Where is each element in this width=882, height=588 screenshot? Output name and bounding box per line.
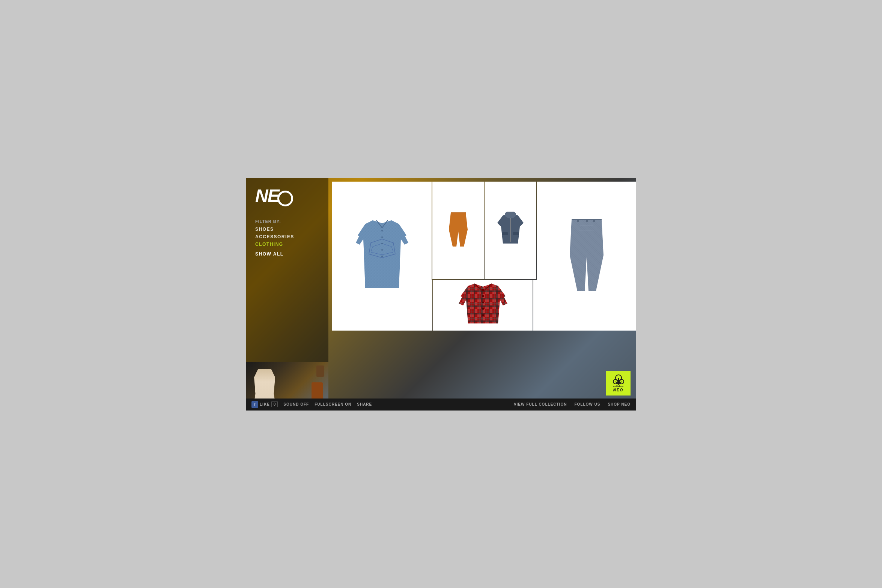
facebook-icon: f [251, 401, 258, 408]
outer-wrapper: × NE FILTER BY: SHOES ACCESSORIES CLOTHI… [231, 163, 651, 426]
facebook-like-box: f Like 0 [251, 401, 278, 408]
adidas-neo-label: NEO [613, 388, 624, 392]
svg-point-7 [381, 256, 383, 257]
plaid-shirt-image [459, 283, 507, 328]
svg-point-34 [482, 289, 484, 290]
svg-point-4 [381, 236, 383, 238]
logo-text: N [255, 186, 268, 206]
share-button[interactable]: SHARE [357, 402, 372, 406]
filter-accessories[interactable]: ACCESSORIES [255, 234, 319, 239]
filter-show-all[interactable]: SHOW ALL [255, 251, 319, 257]
close-button[interactable]: × [617, 183, 631, 197]
svg-point-37 [482, 308, 484, 310]
like-label[interactable]: Like [260, 402, 270, 406]
orange-pants-image [447, 211, 470, 250]
denim-shirt-image [354, 220, 410, 292]
toolbar-left: f Like 0 SOUND OFF FULLSCREEN ON SHARE [251, 401, 372, 408]
product-denim-shirt[interactable] [332, 182, 432, 331]
main-content [328, 178, 636, 396]
product-orange-pants[interactable] [432, 182, 484, 279]
close-icon: × [622, 186, 626, 194]
product-plaid-shirt[interactable] [433, 280, 533, 331]
app-container: × NE FILTER BY: SHOES ACCESSORIES CLOTHI… [246, 178, 636, 411]
svg-rect-11 [502, 232, 508, 235]
svg-rect-12 [513, 232, 519, 235]
filter-shoes[interactable]: SHOES [255, 227, 319, 232]
svg-point-3 [381, 230, 383, 232]
svg-rect-17 [586, 219, 588, 222]
like-count: 0 [271, 402, 278, 407]
svg-point-5 [381, 243, 383, 244]
shop-neo-button[interactable]: SHOP NEO [608, 402, 631, 406]
blue-jacket-image [495, 212, 525, 249]
svg-point-6 [381, 249, 383, 251]
bottom-toolbar: f Like 0 SOUND OFF FULLSCREEN ON SHARE V… [246, 399, 636, 411]
blue-jeans-image [566, 218, 607, 294]
svg-point-35 [482, 295, 484, 297]
product-blue-jeans[interactable] [537, 182, 636, 331]
svg-point-38 [482, 314, 484, 316]
sidebar: NE FILTER BY: SHOES ACCESSORIES CLOTHING… [246, 178, 328, 411]
fullscreen-button[interactable]: FULLSCREEN ON [315, 402, 351, 406]
toolbar-right: VIEW FULL COLLECTION FOLLOW US SHOP NEO [514, 402, 631, 406]
follow-us-button[interactable]: FOLLOW US [574, 402, 600, 406]
product-blue-jacket[interactable] [485, 182, 536, 279]
svg-point-36 [482, 301, 484, 303]
logo-e: E [268, 186, 279, 206]
adidas-icon [612, 374, 625, 385]
view-collection-button[interactable]: VIEW FULL COLLECTION [514, 402, 567, 406]
logo-o-circle [277, 191, 293, 206]
filter-by-label: FILTER BY: [255, 219, 319, 224]
filter-clothing[interactable]: CLOTHING [255, 242, 319, 247]
svg-rect-18 [593, 219, 595, 222]
denim-shirt-svg [354, 220, 410, 292]
svg-rect-16 [577, 219, 579, 222]
logo: NE [255, 185, 319, 208]
sound-button[interactable]: SOUND OFF [283, 402, 309, 406]
adidas-neo-logo[interactable]: adidas NEO [606, 371, 631, 396]
guitar-neck [316, 365, 324, 377]
adidas-brand-label: adidas [613, 385, 623, 388]
filter-section: FILTER BY: SHOES ACCESSORIES CLOTHING SH… [255, 219, 319, 257]
